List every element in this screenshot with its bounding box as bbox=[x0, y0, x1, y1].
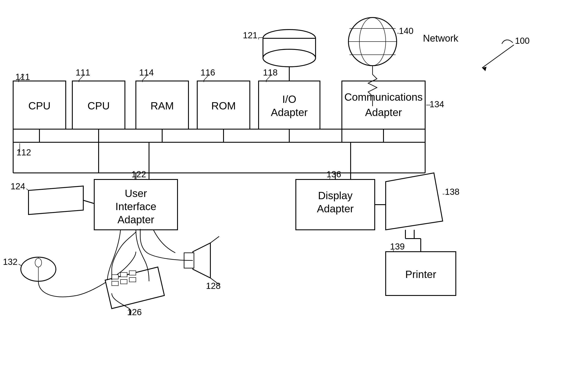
speaker-flare-top bbox=[210, 236, 219, 243]
ram-label: RAM bbox=[151, 100, 174, 112]
ui-adapter-label3: Adapter bbox=[118, 214, 154, 226]
comm-adapter-label1: Communications bbox=[344, 91, 422, 103]
cpu2-label: CPU bbox=[87, 100, 109, 112]
keyboard-ref: 124 bbox=[11, 181, 25, 191]
io-adapter-box bbox=[259, 81, 320, 129]
keypad-btn4 bbox=[112, 281, 118, 286]
display-adapter-label2: Adapter bbox=[317, 203, 354, 215]
keyboard-body bbox=[29, 186, 83, 215]
io-adapter-label1: I/O bbox=[282, 93, 296, 105]
cpu1-label: CPU bbox=[28, 100, 50, 112]
keypad-btn6 bbox=[129, 278, 136, 282]
printer-ref: 139 bbox=[390, 242, 405, 251]
globe-ref: 140 bbox=[399, 26, 413, 36]
display-adapter-label1: Display bbox=[318, 190, 352, 201]
printer-label: Printer bbox=[405, 268, 436, 280]
keypad-btn2 bbox=[120, 272, 127, 277]
ref-curve bbox=[502, 40, 513, 44]
ui-adapter-label2: Interface bbox=[116, 201, 156, 212]
keypad-to-ui-curve bbox=[112, 232, 136, 269]
monitor-body bbox=[386, 173, 443, 230]
system-ref-100: 100 bbox=[515, 36, 530, 46]
keypad-btn1 bbox=[112, 275, 118, 279]
keyboard-to-ui bbox=[83, 200, 94, 204]
ui-adapter-label1: User bbox=[125, 187, 147, 199]
disk-ref: 121 bbox=[243, 31, 258, 40]
mouse-wheel bbox=[35, 258, 42, 267]
io-adapter-label2: Adapter bbox=[271, 107, 308, 118]
mouse-ref: 132 bbox=[3, 257, 18, 267]
comm-adapter-box bbox=[342, 81, 425, 129]
svg-line-20 bbox=[26, 189, 29, 190]
speaker-horn bbox=[193, 243, 210, 278]
disk-bottom bbox=[263, 49, 316, 67]
cpu1-ref: 111 bbox=[15, 72, 30, 82]
bus-ref: 112 bbox=[16, 147, 31, 157]
keypad-btn5 bbox=[120, 279, 127, 284]
monitor-ref: 138 bbox=[445, 187, 460, 196]
comm-adapter-label2: Adapter bbox=[365, 107, 402, 118]
ui-bottom-cord3 bbox=[153, 230, 175, 253]
ui-bottom-cord1 bbox=[107, 230, 120, 280]
display-ref: 136 bbox=[326, 169, 341, 179]
keypad-btn3 bbox=[129, 271, 136, 275]
ref-arrow-line bbox=[482, 45, 514, 68]
ui-ref: 122 bbox=[131, 169, 146, 179]
network-label: Network bbox=[423, 33, 458, 43]
rom-label: ROM bbox=[211, 100, 236, 112]
diagram-container: text { font-family: Arial, Helvetica, sa… bbox=[0, 0, 561, 392]
comm-ref: 134 bbox=[430, 99, 444, 109]
